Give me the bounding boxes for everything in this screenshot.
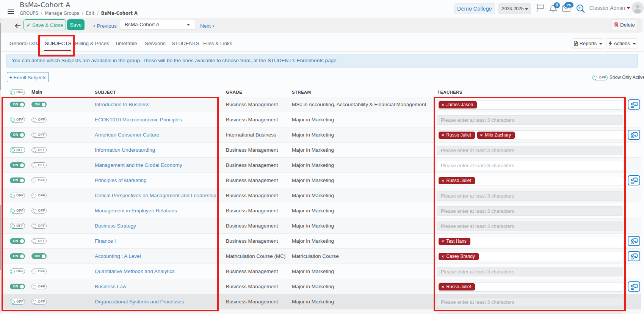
- teacher-chip[interactable]: ×James Jason: [439, 101, 477, 108]
- subject-active-toggle[interactable]: ON: [10, 162, 25, 168]
- subject-active-toggle[interactable]: OFF: [10, 193, 25, 198]
- main-toggle[interactable]: OFF: [31, 284, 47, 289]
- subject-link[interactable]: Finance I: [95, 234, 116, 249]
- main-toggle[interactable]: OFF: [31, 117, 47, 122]
- subject-link[interactable]: Accounting : A Level: [95, 249, 141, 264]
- subject-active-toggle[interactable]: ON: [10, 102, 25, 107]
- assign-teacher-button[interactable]: [628, 281, 640, 292]
- remove-teacher-icon[interactable]: ×: [442, 102, 444, 107]
- main-toggle[interactable]: OFF: [31, 147, 47, 153]
- breadcrumb-groups[interactable]: GROUPS: [20, 11, 38, 16]
- teachers-input[interactable]: ×Russo Juliet: [437, 282, 623, 292]
- main-toggle[interactable]: OFF: [31, 299, 47, 305]
- subject-active-toggle[interactable]: OFF: [10, 299, 25, 305]
- subject-link[interactable]: Critical Perspectives on Management and …: [95, 188, 216, 203]
- avatar[interactable]: [631, 2, 644, 14]
- delete-button[interactable]: Delete: [611, 19, 638, 30]
- tab-files-links[interactable]: Files & Links: [203, 38, 232, 51]
- left-scrollbar-thumb[interactable]: [0, 205, 1, 270]
- main-toggle[interactable]: ON: [31, 253, 47, 259]
- remove-teacher-icon[interactable]: ×: [480, 133, 483, 137]
- teacher-chip[interactable]: ×Casey Brandy: [439, 253, 479, 260]
- teacher-chip[interactable]: ×Russo Juliet: [439, 177, 475, 184]
- teachers-input[interactable]: Please enter at least 3 characters: [437, 161, 623, 170]
- remove-teacher-icon[interactable]: ×: [442, 284, 444, 289]
- assign-teacher-button[interactable]: [628, 236, 640, 246]
- subject-active-toggle[interactable]: OFF: [10, 268, 25, 274]
- teachers-input[interactable]: ×Test Hans: [437, 237, 623, 246]
- remove-teacher-icon[interactable]: ×: [442, 133, 444, 137]
- subject-active-toggle[interactable]: ON: [10, 284, 25, 289]
- subject-link[interactable]: Principles of Marketing: [95, 173, 147, 188]
- main-toggle[interactable]: OFF: [31, 238, 47, 244]
- teacher-chip[interactable]: ×Milo Zachary: [477, 132, 515, 139]
- reports-button[interactable]: Reports: [572, 38, 604, 49]
- tab-timetable[interactable]: Timetable: [115, 38, 137, 51]
- subject-active-toggle[interactable]: ON: [10, 132, 25, 138]
- subject-active-toggle[interactable]: ON: [10, 238, 25, 244]
- subject-link[interactable]: Business Law: [95, 279, 126, 294]
- group-selector[interactable]: BsMa-Cohort A: [120, 20, 195, 30]
- left-scrollbar-thumb[interactable]: [0, 23, 1, 90]
- teacher-chip[interactable]: ×Test Hans: [439, 238, 470, 245]
- subject-active-toggle[interactable]: OFF: [10, 147, 25, 153]
- subject-active-toggle[interactable]: OFF: [10, 117, 25, 122]
- assign-teacher-button[interactable]: [628, 251, 640, 261]
- teachers-input[interactable]: ×Russo Juliet×Milo Zachary: [437, 130, 623, 140]
- teacher-chip[interactable]: ×Russo Juliet: [439, 283, 475, 290]
- subject-link[interactable]: American Consumer Culture: [95, 127, 159, 143]
- main-toggle[interactable]: OFF: [31, 193, 47, 198]
- teachers-input[interactable]: ×Casey Brandy: [437, 252, 623, 261]
- subject-link[interactable]: Organizational Systems and Processes: [95, 294, 184, 309]
- enroll-subjects-button[interactable]: +Enroll Subjects: [7, 72, 49, 82]
- save-button[interactable]: Save: [67, 19, 85, 30]
- subject-link[interactable]: Quantitative Methods and Analytics: [95, 264, 175, 279]
- actions-button[interactable]: Actions: [606, 38, 638, 49]
- subject-active-toggle[interactable]: OFF: [10, 208, 25, 214]
- subject-link[interactable]: Management and the Global Economy: [95, 158, 182, 173]
- subject-link[interactable]: Management in Employee Relations: [95, 203, 177, 218]
- menu-icon[interactable]: [8, 9, 14, 14]
- header-toggle-all[interactable]: OFF: [10, 89, 25, 95]
- teachers-input[interactable]: ×James Jason: [437, 100, 623, 110]
- teachers-input[interactable]: ×Russo Juliet: [437, 176, 623, 185]
- main-toggle[interactable]: OFF: [31, 268, 47, 274]
- subject-active-toggle[interactable]: OFF: [10, 223, 25, 229]
- tab-sessions[interactable]: Sessions: [145, 38, 166, 51]
- main-toggle[interactable]: OFF: [31, 208, 47, 214]
- teacher-chip[interactable]: ×Russo Juliet: [439, 132, 475, 139]
- subject-link[interactable]: Business Strategy: [95, 218, 136, 234]
- save-and-close-button[interactable]: ✓Save & Close: [24, 19, 66, 30]
- college-button[interactable]: Demo College: [454, 3, 495, 14]
- year-dropdown[interactable]: 2024-2025: [498, 3, 531, 14]
- show-only-active-toggle[interactable]: OFF: [592, 75, 608, 80]
- flag-icon[interactable]: [536, 4, 545, 14]
- main-toggle[interactable]: OFF: [31, 223, 47, 229]
- main-toggle[interactable]: ON: [31, 102, 47, 107]
- assign-teacher-button[interactable]: [628, 130, 640, 140]
- assign-teacher-button[interactable]: [628, 175, 640, 185]
- remove-teacher-icon[interactable]: ×: [442, 254, 444, 259]
- subject-link[interactable]: Introduction to Business_: [95, 97, 152, 112]
- remove-teacher-icon[interactable]: ×: [442, 239, 444, 243]
- main-toggle[interactable]: OFF: [31, 177, 47, 183]
- main-toggle[interactable]: OFF: [31, 162, 47, 168]
- user-menu-caret-icon[interactable]: [627, 7, 630, 9]
- remove-teacher-icon[interactable]: ×: [442, 178, 444, 183]
- previous-link[interactable]: ‹ Previous: [93, 22, 117, 29]
- tab-subjects[interactable]: SUBJECTS: [45, 38, 72, 51]
- tab-students[interactable]: STUDENTS: [172, 38, 199, 51]
- subject-link[interactable]: Information Understanding: [95, 143, 155, 158]
- main-toggle[interactable]: OFF: [31, 132, 47, 138]
- subject-active-toggle[interactable]: ON: [10, 253, 25, 259]
- subject-link[interactable]: ECON1010 Macroeconomic Principles: [95, 112, 182, 127]
- tab-billing-prices[interactable]: Billing & Prices: [75, 38, 109, 51]
- subject-active-toggle[interactable]: ON: [10, 177, 25, 183]
- assign-teacher-button[interactable]: [628, 99, 640, 110]
- back-button[interactable]: [13, 20, 23, 30]
- user-name[interactable]: Classter Admin: [569, 5, 625, 11]
- breadcrumb-manage-groups[interactable]: Manage Groups: [45, 11, 79, 16]
- next-link[interactable]: Next ›: [200, 22, 214, 29]
- tab-general-data[interactable]: General Data: [9, 38, 40, 51]
- breadcrumb-edit[interactable]: Edit: [86, 11, 94, 16]
